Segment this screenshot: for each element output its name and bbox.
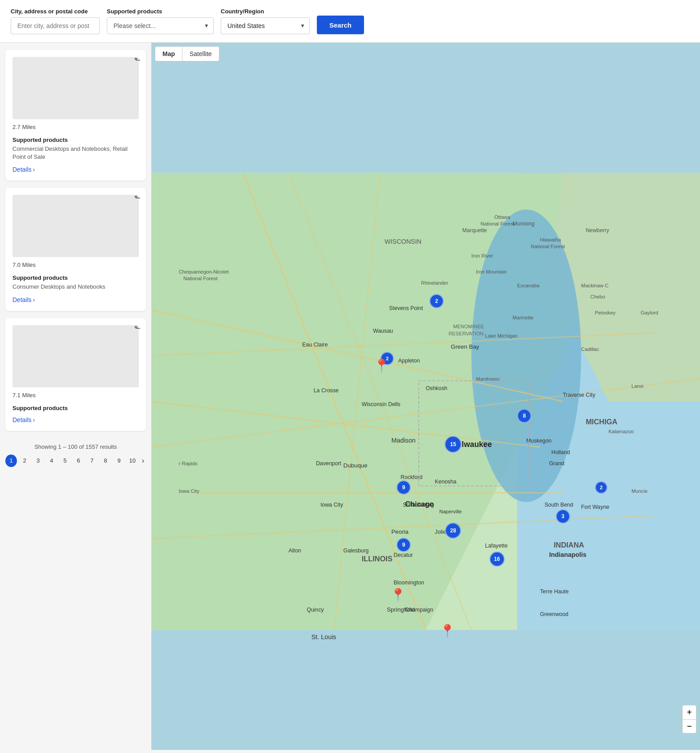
svg-text:Indianapolis: Indianapolis (549, 551, 587, 558)
svg-text:Champaign: Champaign (405, 607, 433, 613)
card-products: Commercial Desktops and Notebooks, Retai… (12, 145, 139, 161)
card-distance: 7.1 Miles (12, 392, 139, 399)
page-button[interactable]: 9 (113, 455, 125, 467)
svg-text:Peoria: Peoria (391, 528, 409, 535)
svg-text:Dubuque: Dubuque (344, 462, 368, 469)
svg-text:Fort Wayne: Fort Wayne (581, 504, 609, 510)
svg-text:Joliet: Joliet (435, 529, 448, 535)
share-icon[interactable]: ⬑ (134, 55, 141, 65)
country-select[interactable]: United States (221, 17, 310, 34)
svg-text:St. Louis: St. Louis (312, 633, 336, 640)
details-link[interactable]: Details › (12, 296, 35, 303)
svg-text:Greenwood: Greenwood (540, 611, 568, 617)
svg-text:Newberry: Newberry (586, 227, 610, 234)
zoom-in-button[interactable]: + (682, 705, 696, 719)
svg-text:r Rapids: r Rapids (179, 461, 198, 466)
svg-text:Appleton: Appleton (398, 358, 420, 364)
svg-text:Hiawatha: Hiawatha (540, 237, 561, 242)
svg-text:WISCONSIN: WISCONSIN (384, 238, 421, 245)
country-select-wrapper: United States ▼ (221, 17, 310, 34)
card-distance: 2.7 Miles (12, 124, 139, 130)
main-content: ⬑ 2.7 Miles Supported products Commercia… (0, 43, 700, 753)
details-link[interactable]: Details › (12, 416, 35, 423)
svg-text:National Forest: National Forest (481, 221, 515, 226)
share-icon[interactable]: ⬑ (134, 323, 141, 333)
svg-text:National Forest: National Forest (183, 276, 218, 281)
result-card: ⬑ 7.1 Miles Supported products Details › (5, 318, 146, 431)
svg-text:Green Bay: Green Bay (451, 343, 479, 350)
svg-text:RESERVATION: RESERVATION (449, 331, 484, 336)
card-image (12, 57, 139, 119)
map-tab[interactable]: Map (155, 46, 182, 61)
map-area: WISCONSIN ILLINOIS MICHIGA INDIANA Milwa… (151, 43, 700, 753)
svg-text:Oshkosh: Oshkosh (426, 385, 448, 391)
page-button[interactable]: 7 (86, 455, 98, 467)
svg-text:Iron River: Iron River (471, 253, 493, 258)
svg-text:Lansi: Lansi (631, 383, 643, 389)
supported-label: Supported products (12, 137, 139, 143)
supported-label: Supported products (12, 274, 139, 281)
page-button[interactable]: 4 (46, 455, 57, 467)
card-image (12, 325, 139, 387)
svg-text:Marquette: Marquette (462, 227, 487, 234)
svg-text:Rockford: Rockford (401, 474, 422, 480)
results-summary: Showing 1 – 100 of 1557 results (5, 443, 146, 450)
svg-text:Davenport: Davenport (316, 460, 341, 467)
svg-text:Alton: Alton (288, 548, 301, 554)
svg-text:Iron Mountain: Iron Mountain (476, 269, 507, 274)
search-bar: City, address or postal code Supported p… (0, 0, 700, 43)
chevron-right-icon: › (33, 416, 35, 423)
pagination-controls: 12345678910› (5, 455, 146, 467)
page-button[interactable]: 2 (19, 455, 30, 467)
card-products: Consumer Desktops and Notebooks (12, 283, 139, 291)
svg-text:South Bend: South Bend (545, 502, 574, 508)
svg-text:Petoskey: Petoskey (595, 310, 616, 315)
card-image (12, 195, 139, 257)
svg-text:Terre Haute: Terre Haute (540, 588, 569, 595)
page-button[interactable]: 1 (5, 455, 17, 467)
svg-text:Iowa City: Iowa City (320, 502, 344, 508)
svg-text:Muncie: Muncie (631, 488, 647, 494)
city-input[interactable] (11, 17, 100, 34)
country-label: Country/Region (221, 8, 310, 15)
svg-text:Holland: Holland (551, 449, 570, 455)
svg-text:Quincy: Quincy (307, 607, 324, 613)
svg-text:Cadillac: Cadillac (581, 346, 599, 352)
svg-text:Lafayette: Lafayette (485, 543, 508, 549)
result-card: ⬑ 2.7 Miles Supported products Commercia… (5, 50, 146, 181)
chevron-right-icon: › (33, 166, 35, 173)
svg-text:Iowa City: Iowa City (179, 488, 200, 494)
search-button[interactable]: Search (317, 16, 364, 34)
page-button[interactable]: 8 (100, 455, 111, 467)
map-container[interactable]: WISCONSIN ILLINOIS MICHIGA INDIANA Milwa… (151, 43, 700, 753)
zoom-out-button[interactable]: − (682, 719, 696, 733)
page-button[interactable]: 10 (126, 455, 138, 467)
svg-text:MENOMINEE: MENOMINEE (453, 324, 484, 329)
products-select[interactable]: Please select... (107, 17, 214, 34)
pagination-next-button[interactable]: › (140, 457, 146, 465)
page-button[interactable]: 3 (32, 455, 44, 467)
svg-text:Escanaba: Escanaba (517, 283, 540, 288)
share-icon[interactable]: ⬑ (134, 193, 141, 203)
svg-text:INDIANA: INDIANA (554, 541, 584, 549)
svg-text:Wisconsin Dells: Wisconsin Dells (362, 401, 401, 407)
svg-text:Chebo: Chebo (590, 294, 605, 299)
city-label: City, address or postal code (11, 8, 100, 15)
svg-text:Chequamegon-Nicolet: Chequamegon-Nicolet (179, 269, 229, 274)
details-link[interactable]: Details › (12, 166, 35, 173)
svg-text:Milwaukee: Milwaukee (453, 440, 492, 449)
page-button[interactable]: 5 (59, 455, 71, 467)
svg-text:Traverse City: Traverse City (563, 392, 596, 398)
chevron-right-icon: › (33, 296, 35, 303)
products-select-wrapper: Please select... ▼ (107, 17, 214, 34)
svg-text:Schaumburg: Schaumburg (403, 502, 434, 508)
card-distance: 7.0 Miles (12, 262, 139, 268)
products-field-group: Supported products Please select... ▼ (107, 8, 214, 34)
svg-text:Decatur: Decatur (394, 552, 413, 558)
svg-text:National Forest: National Forest (531, 244, 565, 249)
satellite-tab[interactable]: Satellite (182, 46, 219, 61)
page-button[interactable]: 6 (73, 455, 84, 467)
svg-text:Naperville: Naperville (439, 509, 461, 514)
country-field-group: Country/Region United States ▼ (221, 8, 310, 34)
svg-text:Bloomington: Bloomington (394, 580, 425, 586)
